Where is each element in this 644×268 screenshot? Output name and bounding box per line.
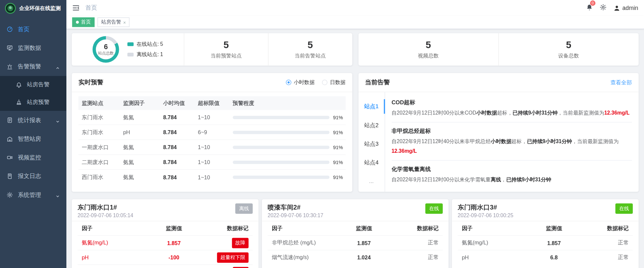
col-mark: 数据标记 bbox=[200, 224, 253, 232]
cell-mark: 正常 bbox=[580, 254, 633, 261]
tab-station-1[interactable]: 站点1 bbox=[358, 97, 384, 116]
tag-station-alarm[interactable]: 站房告警 × bbox=[98, 18, 130, 27]
notification-bell-icon[interactable]: 0 bbox=[586, 4, 593, 12]
cell-value: 1.857 bbox=[148, 240, 200, 246]
panel-title: 实时预警 bbox=[78, 78, 103, 86]
app-title: 企业环保在线监测 bbox=[19, 5, 61, 12]
cell-avg: 8.784 bbox=[160, 114, 195, 121]
cell-factor: pH bbox=[458, 254, 528, 261]
tab-station-4[interactable]: 站点4 bbox=[358, 153, 384, 172]
realtime-warning-panel: 实时预警 小时数据 日数据 bbox=[72, 73, 352, 192]
site-total-section: 6 站点总数 在线站点: 5 离线站点: 1 bbox=[72, 33, 184, 66]
progress-percent: 91% bbox=[333, 174, 346, 180]
chevron-down-icon bbox=[56, 118, 60, 123]
table-header-row: 监测站点 监测因子 小时均值 超标限值 预警程度 bbox=[78, 96, 345, 110]
tag-active-dot bbox=[76, 21, 79, 24]
user-menu[interactable]: admin bbox=[613, 4, 638, 11]
alarm-title: COD超标 bbox=[391, 99, 632, 107]
sidebar-item-system-settings[interactable]: 系统管理 bbox=[0, 186, 66, 204]
cell-station: 西门雨水 bbox=[78, 174, 120, 181]
station-card-2: 喷漆车间2# 2022-09-07-06 10:30:17 在线 因子 监测值 … bbox=[262, 199, 449, 268]
warning-sites-stat: 5 当前预警站点 bbox=[184, 33, 268, 66]
col-factor: 监测因子 bbox=[120, 99, 160, 107]
tab-more[interactable]: ... bbox=[358, 172, 384, 191]
camera-icon bbox=[7, 154, 13, 161]
radio-dot bbox=[286, 80, 291, 85]
col-limit: 超标限值 bbox=[195, 99, 229, 107]
station-name: 东门雨水口3# bbox=[458, 204, 514, 212]
close-icon[interactable]: × bbox=[123, 20, 126, 25]
donut-legend: 在线站点: 5 离线站点: 1 bbox=[127, 41, 163, 58]
sidebar-item-label: 站房预警 bbox=[27, 98, 60, 106]
hamburger-icon[interactable] bbox=[72, 4, 80, 12]
tag-home[interactable]: 首页 bbox=[72, 18, 95, 27]
cell-station: 二期废水口 bbox=[78, 158, 120, 166]
cell-avg: 8.784 bbox=[160, 159, 195, 165]
warning-progress: 91% bbox=[229, 144, 346, 150]
alarm-title: 化学需氧量离线 bbox=[391, 166, 632, 173]
station-card-1: 东门雨水口1# 2022-09-07-06 10:05:14 离线 因子 监测值… bbox=[72, 199, 259, 268]
stations-row: 东门雨水口1# 2022-09-07-06 10:05:14 离线 因子 监测值… bbox=[72, 199, 639, 268]
view-all-link[interactable]: 查看全部 bbox=[610, 79, 632, 86]
sidebar-item-label: 报文日志 bbox=[18, 172, 60, 180]
site-status-donut-chart: 6 站点总数 bbox=[93, 36, 119, 63]
table-row: pH -100 超量程下限 bbox=[78, 250, 253, 265]
sites-stats-card: 6 站点总数 在线站点: 5 离线站点: 1 5 当前预警站点 bbox=[72, 33, 352, 66]
col-value: 监测值 bbox=[528, 224, 580, 232]
table-row: 二期废水口 氨氮 8.784 1~10 91% bbox=[78, 155, 345, 170]
tab-station-2[interactable]: 站点2 bbox=[358, 116, 384, 134]
alarm-title: 非甲烷总烃超标 bbox=[391, 128, 632, 135]
sidebar-item-smart-station[interactable]: 智慧站房 bbox=[0, 130, 66, 148]
tab-station-3[interactable]: 站点3 bbox=[358, 134, 384, 153]
legend-online: 在线站点: 5 bbox=[136, 41, 163, 48]
radio-hour-data[interactable]: 小时数据 bbox=[286, 79, 314, 86]
sidebar-item-label: 智慧站房 bbox=[18, 135, 60, 143]
col-mark: 数据标记 bbox=[580, 224, 633, 232]
alarm-item: COD超标 自2022年9月12日12时00分以来COD小时数据超标，已持续9小… bbox=[391, 97, 632, 122]
username: admin bbox=[622, 5, 638, 11]
sidebar-item-video-monitor[interactable]: 视频监控 bbox=[0, 148, 66, 167]
breadcrumb[interactable]: 首页 bbox=[86, 4, 97, 12]
sidebar-item-home[interactable]: 首页 bbox=[0, 20, 66, 39]
sidebar-item-station-alarm[interactable]: 站房告警 bbox=[0, 76, 66, 94]
table-row: pH 6.8 正常 bbox=[458, 250, 633, 265]
sidebar-item-reports[interactable]: 统计报表 bbox=[0, 111, 66, 130]
table-row: 非甲烷总烃 (mg/L) 1.857 正常 bbox=[268, 235, 443, 250]
col-station: 监测站点 bbox=[78, 99, 120, 107]
table-row: 一期废水口 氨氮 8.784 1~10 91% bbox=[78, 140, 345, 155]
cell-limit: 1~10 bbox=[195, 174, 229, 180]
cell-avg: 8.784 bbox=[160, 144, 195, 150]
cell-limit: 1~10 bbox=[195, 159, 229, 165]
settings-gear-icon[interactable] bbox=[600, 4, 606, 12]
legend-offline: 离线站点: 1 bbox=[136, 51, 163, 58]
table-row: 东门雨水 pH 8.784 6~9 91% bbox=[78, 125, 345, 140]
video-total-stat: 5 视频总数 bbox=[358, 33, 498, 66]
siren-icon bbox=[7, 63, 13, 70]
site-total-label: 站点总数 bbox=[98, 50, 114, 56]
sidebar-item-label: 系统管理 bbox=[18, 191, 51, 199]
cell-station: 东门雨水 bbox=[78, 129, 120, 136]
station-name: 东门雨水口1# bbox=[78, 204, 133, 212]
station-name: 喷漆车间2# bbox=[268, 204, 323, 212]
totals-stats-card: 5 视频总数 5 设备总数 bbox=[358, 33, 638, 66]
table-row: 烟气流速(mg/s) 1.024 正常 bbox=[268, 250, 443, 265]
sidebar-item-alarm-warning[interactable]: 告警预警 bbox=[0, 57, 66, 76]
cell-value: 1.857 bbox=[338, 240, 390, 246]
gear-icon bbox=[7, 192, 13, 198]
radio-day-data[interactable]: 日数据 bbox=[322, 79, 346, 86]
stat-value: 5 bbox=[223, 40, 229, 49]
sidebar-item-message-log[interactable]: 报文日志 bbox=[0, 167, 66, 186]
progress-percent: 91% bbox=[333, 144, 346, 150]
sidebar-item-monitor-data[interactable]: 监测数据 bbox=[0, 39, 66, 57]
sidebar-item-station-warning[interactable]: 站房预警 bbox=[0, 93, 66, 111]
warning-progress: 91% bbox=[229, 174, 346, 180]
data-mark-badge: 故障 bbox=[232, 238, 249, 248]
col-factor: 因子 bbox=[78, 224, 148, 232]
cell-mark: 正常 bbox=[390, 239, 443, 247]
notification-badge: 0 bbox=[590, 0, 596, 6]
col-value: 监测值 bbox=[148, 224, 200, 232]
sidebar-item-label: 监测数据 bbox=[18, 44, 60, 52]
station-card-3: 东门雨水口3# 2022-09-07-06 10:00:25 在线 因子 监测值… bbox=[452, 199, 639, 268]
cell-value: 6.8 bbox=[528, 254, 580, 261]
col-factor: 因子 bbox=[458, 224, 528, 232]
